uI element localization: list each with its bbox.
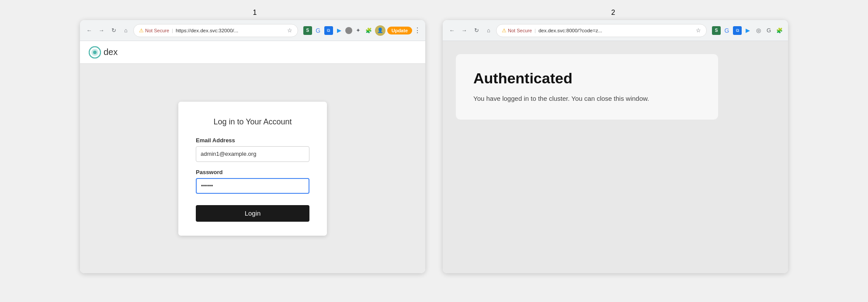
ext-icon-copy2: ⧉ [733, 26, 742, 35]
back-icon-1: ← [87, 27, 92, 34]
back-button-2[interactable]: ← [447, 26, 457, 35]
star-icon-1[interactable]: ☆ [287, 27, 292, 34]
reload-icon-2: ↻ [474, 27, 479, 34]
forward-button-2[interactable]: → [459, 26, 469, 35]
forward-icon-1: → [99, 27, 104, 34]
update-button[interactable]: Update [387, 27, 412, 34]
ext-icon-s: S [303, 26, 312, 35]
home-icon-2: ⌂ [487, 27, 490, 34]
forward-icon-2: → [462, 27, 467, 34]
url-2: dex.dex.svc:8000/?code=z... [538, 28, 602, 33]
reload-button-1[interactable]: ↻ [109, 26, 118, 35]
ext-icon-s2: S [712, 26, 721, 35]
ext-icon-g: G [314, 26, 323, 35]
browser-content-2: Authenticated You have logged in to the … [443, 41, 788, 273]
ext-icon-copy: ⧉ [324, 26, 333, 35]
browser-content-1: dex Log in to Your Account Email Address… [80, 41, 425, 273]
ext-icon-circle4: G [764, 26, 773, 35]
ext-icon-circle2: ✦ [354, 26, 363, 35]
warning-icon-2: ⚠ [502, 27, 507, 34]
ext-icon-circle3: ◎ [754, 26, 763, 35]
browser-chrome-1: ← → ↻ ⌂ ⚠ Not Secure | https://dex.dex.s… [80, 20, 425, 41]
ext-icon-g2: G [722, 26, 731, 35]
email-label: Email Address [196, 137, 309, 144]
password-label: Password [196, 169, 309, 175]
more-icon-1[interactable]: ⋮ [414, 26, 421, 34]
address-bar-2[interactable]: ⚠ Not Secure | dex.dex.svc:8000/?code=z.… [496, 24, 707, 37]
login-card: Log in to Your Account Email Address Pas… [178, 102, 327, 236]
auth-title: Authenticated [473, 70, 701, 87]
ext-icon-puzzle: 🧩 [365, 26, 373, 35]
avatar-1: 👤 [375, 25, 385, 36]
password-group: Password [196, 169, 309, 194]
back-button-1[interactable]: ← [84, 26, 94, 35]
dex-header: dex [80, 41, 425, 64]
browser-icons-2: S G ⧉ ▶ ◎ G 🧩 [712, 26, 784, 35]
dex-logo-icon [89, 46, 101, 58]
dex-page: dex Log in to Your Account Email Address… [80, 41, 425, 273]
dex-logo: dex [89, 46, 118, 58]
not-secure-2: ⚠ Not Secure [502, 27, 532, 34]
dex-body: Log in to Your Account Email Address Pas… [80, 64, 425, 273]
home-icon-1: ⌂ [124, 27, 128, 34]
ext-icon-zoom2: ▶ [743, 26, 752, 35]
password-input[interactable] [196, 178, 309, 194]
ext-icon-puzzle2: 🧩 [775, 26, 784, 35]
auth-description: You have logged in to the cluster. You c… [473, 94, 701, 104]
browser-chrome-2: ← → ↻ ⌂ ⚠ Not Secure | dex.dex.svc:8000/… [443, 20, 788, 41]
browser-icons-1: S G ⧉ ▶ ✦ 🧩 👤 Update ⋮ [303, 25, 421, 36]
email-input[interactable] [196, 146, 309, 162]
warning-icon-1: ⚠ [139, 27, 144, 34]
auth-page: Authenticated You have logged in to the … [443, 41, 788, 273]
home-button-2[interactable]: ⌂ [484, 26, 493, 35]
browser-window-2: ← → ↻ ⌂ ⚠ Not Secure | dex.dex.svc:8000/… [443, 20, 788, 273]
address-bar-1[interactable]: ⚠ Not Secure | https://dex.dex.svc:32000… [133, 24, 298, 37]
login-title: Log in to Your Account [196, 117, 309, 127]
ext-icon-circle1 [345, 27, 352, 34]
auth-card: Authenticated You have logged in to the … [456, 54, 718, 120]
reload-button-2[interactable]: ↻ [472, 26, 481, 35]
email-group: Email Address [196, 137, 309, 162]
dex-logo-text: dex [104, 47, 118, 57]
star-icon-2[interactable]: ☆ [696, 27, 701, 34]
reload-icon-1: ↻ [111, 27, 116, 34]
section-2-label: 2 [611, 9, 615, 17]
section-1-label: 1 [253, 9, 257, 17]
home-button-1[interactable]: ⌂ [121, 26, 131, 35]
login-button[interactable]: Login [196, 205, 309, 222]
url-1: https://dex.dex.svc:32000/... [176, 28, 238, 33]
forward-button-1[interactable]: → [97, 26, 106, 35]
svg-point-2 [93, 51, 97, 54]
ext-icon-zoom: ▶ [335, 26, 344, 35]
not-secure-1: ⚠ Not Secure [139, 27, 169, 34]
back-icon-2: ← [449, 27, 455, 34]
browser-window-1: ← → ↻ ⌂ ⚠ Not Secure | https://dex.dex.s… [80, 20, 425, 273]
